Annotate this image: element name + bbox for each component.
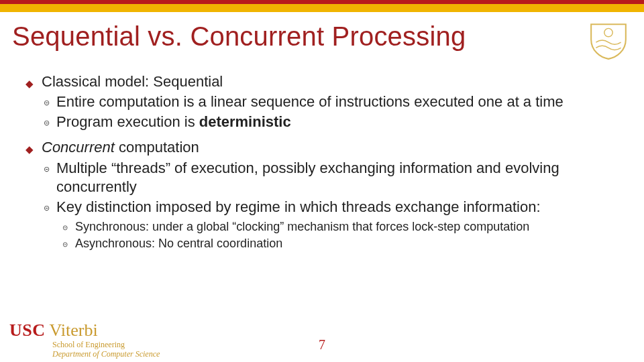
sub-text: Program execution is deterministic bbox=[56, 113, 629, 131]
slide-title: Sequential vs. Concurrent Processing bbox=[12, 21, 466, 52]
subsub-block: ⊝ Synchronous: under a global “clocking”… bbox=[42, 219, 629, 252]
subsub-bullet: ⊝ Asynchronous: No central coordination bbox=[60, 236, 629, 252]
diamond-bullet-icon: ◆ bbox=[25, 143, 34, 251]
circle-chevron-icon: ⊝ bbox=[42, 203, 51, 217]
sub-bullet: ⊝ Key distinction imposed by regime in w… bbox=[42, 198, 629, 217]
bullet-body: Concurrent computation ⊝ Multiple “threa… bbox=[42, 138, 629, 251]
bullet-head: Concurrent computation bbox=[42, 138, 629, 157]
bullet-classical: ◆ Classical model: Sequential ⊝ Entire c… bbox=[25, 72, 629, 131]
usc-crest-icon bbox=[588, 21, 629, 60]
footer-logo-row: USC Viterbi bbox=[9, 320, 160, 341]
subsub-bullet: ⊝ Synchronous: under a global “clocking”… bbox=[60, 219, 629, 235]
subsub-text: Synchronous: under a global “clocking” m… bbox=[75, 219, 629, 235]
page-number: 7 bbox=[319, 337, 325, 353]
diamond-bullet-icon: ◆ bbox=[25, 77, 34, 131]
sub-bullet: ⊝ Entire computation is a linear sequenc… bbox=[42, 93, 629, 111]
sub-text: Entire computation is a linear sequence … bbox=[56, 93, 629, 111]
bullet-head: Classical model: Sequential bbox=[42, 72, 629, 91]
bullet-body: Classical model: Sequential ⊝ Entire com… bbox=[42, 72, 629, 131]
slide: Sequential vs. Concurrent Processing ◆ C… bbox=[0, 0, 644, 362]
footer-school: School of Engineering bbox=[52, 341, 160, 349]
sub-text: Multiple “threads” of execution, possibl… bbox=[56, 159, 629, 196]
circle-chevron-icon: ⊝ bbox=[42, 118, 51, 131]
usc-wordmark: USC bbox=[9, 320, 46, 341]
title-row: Sequential vs. Concurrent Processing bbox=[0, 12, 644, 64]
footer: USC Viterbi School of Engineering Depart… bbox=[0, 318, 644, 362]
sub-bullet: ⊝ Program execution is deterministic bbox=[42, 113, 629, 131]
circle-chevron-icon: ⊝ bbox=[60, 240, 70, 252]
footer-logo: USC Viterbi School of Engineering Depart… bbox=[0, 320, 160, 359]
bullet-concurrent: ◆ Concurrent computation ⊝ Multiple “thr… bbox=[25, 138, 629, 251]
circle-chevron-icon: ⊝ bbox=[42, 164, 51, 196]
circle-chevron-icon: ⊝ bbox=[42, 98, 51, 111]
sub-text: Key distinction imposed by regime in whi… bbox=[56, 198, 629, 217]
footer-dept: Department of Computer Science bbox=[52, 349, 160, 359]
svg-point-0 bbox=[604, 28, 612, 36]
subsub-text: Asynchronous: No central coordination bbox=[75, 236, 629, 252]
stripe-gold bbox=[0, 4, 644, 12]
content: ◆ Classical model: Sequential ⊝ Entire c… bbox=[0, 64, 644, 252]
circle-chevron-icon: ⊝ bbox=[60, 223, 70, 235]
viterbi-wordmark: Viterbi bbox=[50, 320, 98, 341]
sub-bullet: ⊝ Multiple “threads” of execution, possi… bbox=[42, 159, 629, 196]
